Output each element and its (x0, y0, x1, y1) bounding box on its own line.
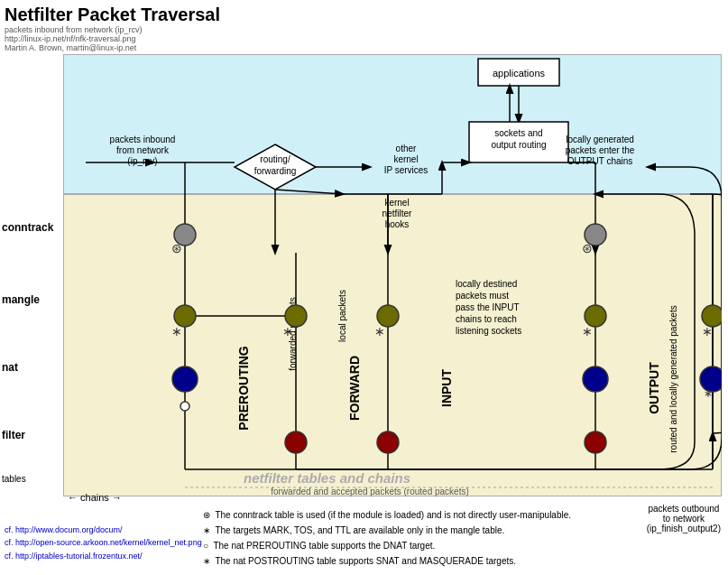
author-label: Martin A. Brown, martin@linux-ip.net (5, 43, 220, 52)
page-container: Netfilter Packet Traversal packets inbou… (0, 0, 728, 575)
svg-text:(ip_rcv): (ip_rcv) (127, 156, 157, 166)
nat-label: nat (2, 361, 18, 374)
svg-text:routed and locally generated p: routed and locally generated packets (668, 305, 678, 452)
svg-text:from network: from network (116, 145, 170, 155)
svg-text:routing/: routing/ (260, 154, 290, 164)
svg-text:∗: ∗ (702, 324, 713, 339)
svg-text:∗: ∗ (582, 324, 593, 339)
legend-nat-postrouting: ∗ The nat POSTROUTING table supports SNA… (203, 553, 645, 569)
svg-text:forwarding: forwarding (254, 166, 297, 176)
legend-conntrack: ⊛ The conntrack table is used (if the mo… (203, 507, 645, 523)
svg-text:packets must: packets must (456, 291, 509, 301)
subtitle: packets inbound from network (ip_rcv) (5, 25, 220, 34)
tables-label: tables (2, 474, 26, 484)
svg-text:∗: ∗ (374, 324, 385, 339)
svg-text:∗: ∗ (282, 324, 293, 339)
svg-text:other: other (396, 144, 417, 153)
netfilter-tables-label: netfilter tables and chains (244, 470, 410, 486)
svg-line-33 (275, 190, 343, 194)
forwarded-accepted-label: forwarded and accepted packets (routed p… (271, 487, 469, 496)
svg-text:listening sockets: listening sockets (456, 326, 521, 336)
prerouting-nat-dnat (180, 402, 189, 411)
conntrack-label: conntrack (2, 221, 53, 234)
url-label: http://linux-ip.net/nf/nfk-traversal.png (5, 34, 220, 43)
prerouting-nat-circle (172, 366, 198, 392)
link3[interactable]: cf. http://iptables-tutorial.frozentux.n… (5, 550, 202, 562)
svg-text:⊛: ⊛ (171, 241, 182, 255)
legend-mangle: ∗ The targets MARK, TOS, and TTL are ava… (203, 523, 645, 538)
forward-filter-circle (285, 431, 307, 453)
legend-nat-prerouting: ○ The nat PREROUTING table supports the … (203, 538, 645, 553)
svg-text:∗: ∗ (704, 387, 713, 400)
title-area: Netfilter Packet Traversal packets inbou… (5, 5, 220, 52)
mangle-label: mangle (2, 293, 40, 306)
link1[interactable]: cf. http://www.docum.org/docum/ (5, 524, 202, 536)
svg-text:∗: ∗ (171, 324, 182, 339)
svg-text:packets enter the: packets enter the (566, 145, 635, 155)
svg-text:kernel: kernel (393, 154, 418, 164)
output-chain-label: OUTPUT (647, 362, 661, 414)
svg-text:local packets: local packets (337, 290, 347, 342)
svg-text:⊛: ⊛ (582, 241, 593, 255)
forward-chain-label: FORWARD (347, 356, 362, 421)
diagram-area: conntrack mangle nat filter tables appli… (63, 54, 722, 496)
prerouting-chain-label: PREROUTING (236, 346, 251, 430)
svg-text:netfilter: netfilter (382, 209, 412, 218)
applications-text: applications (493, 68, 546, 79)
svg-text:IP services: IP services (384, 165, 429, 175)
links-area: cf. http://www.docum.org/docum/ cf. http… (5, 524, 202, 562)
link2[interactable]: cf. http://open-source.arkoon.net/kernel… (5, 536, 202, 549)
svg-text:OUTPUT chains: OUTPUT chains (567, 156, 633, 166)
svg-text:packets inbound: packets inbound (110, 134, 176, 144)
diagram-svg: applications sockets and output routing … (63, 54, 722, 496)
svg-text:locally generated: locally generated (566, 134, 634, 144)
svg-text:sockets and: sockets and (494, 128, 542, 138)
input-filter-circle (377, 431, 399, 453)
output-nat-circle (583, 366, 608, 392)
svg-text:chains to reach: chains to reach (456, 314, 517, 324)
svg-text:locally destined: locally destined (456, 279, 517, 289)
filter-label: filter (2, 429, 25, 441)
legend-area: ⊛ The conntrack table is used (if the mo… (203, 507, 645, 569)
main-title: Netfilter Packet Traversal (5, 5, 220, 25)
svg-text:pass the INPUT: pass the INPUT (456, 302, 520, 312)
outbound-label: packets outboundto network(ip_finish_out… (647, 504, 721, 533)
svg-text:output routing: output routing (491, 140, 546, 150)
input-chain-label: INPUT (439, 369, 454, 407)
output-filter-circle (585, 431, 606, 453)
